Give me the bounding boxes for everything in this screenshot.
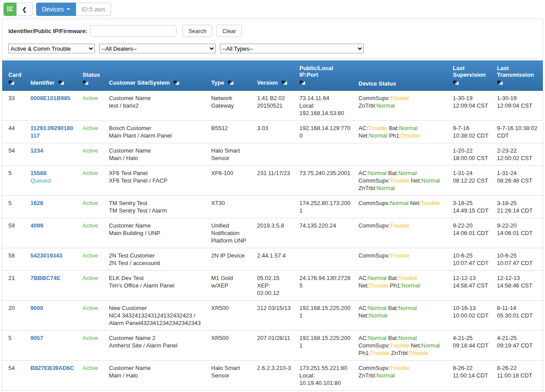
type-filter-select[interactable]: --All Types--: [220, 44, 364, 53]
sort-card-icon[interactable]: [8, 80, 23, 87]
device-status-key: CommSupv:: [358, 222, 390, 229]
device-status-item: ZnTrbl:Trouble: [391, 350, 428, 356]
site-line: Customer Name: [109, 147, 204, 154]
site-cell: Customer NameMain Building / UNP: [105, 218, 208, 248]
context-button-group: Devices ID:5 aws: [36, 3, 111, 16]
device-status-cell: AC:Trouble Bat:Normal Net:Normal Ph1:Tro…: [355, 121, 449, 143]
id-button[interactable]: ID:5 aws: [76, 3, 111, 16]
queued-label: Queued: [30, 177, 75, 184]
tree-view-button[interactable]: [4, 3, 16, 16]
identifier-link[interactable]: 4099: [30, 222, 43, 229]
dealer-filter-select[interactable]: --All Dealers--: [99, 44, 216, 53]
device-status-item: CommSupv:Trouble: [358, 95, 409, 101]
version-header: Version: [257, 79, 278, 86]
device-status-item: Ph1:Normal: [390, 282, 420, 289]
site-cell: New CustomerNC4 3432413243124132432423 /…: [105, 301, 208, 331]
device-status-key: AC:: [358, 125, 368, 131]
devices-dropdown-button[interactable]: Devices: [36, 3, 76, 16]
status-badge: Active: [82, 95, 98, 101]
device-status-cell: CommSupv:Trouble ZnTrbl:Normal: [355, 361, 449, 391]
version-cell: [254, 196, 296, 218]
nav-button-group: ❮: [4, 3, 33, 16]
last-supervision-cell: 1-30-19 12:09:04 CST: [449, 91, 493, 121]
device-status-value: Normal: [368, 335, 387, 341]
ip-line: 73.75.240.235:2001: [299, 169, 351, 177]
caret-down-icon: [67, 8, 70, 10]
identifier-cell: 1234: [27, 143, 79, 166]
device-status-value: Normal: [398, 305, 417, 311]
card-cell: 59: [2, 218, 27, 248]
identifier-link[interactable]: 7BBBC74E: [30, 275, 60, 281]
version-cell: 207 01/28/11: [254, 331, 296, 361]
sort-ip-icon[interactable]: [299, 80, 351, 87]
status-cell: Active: [79, 218, 105, 248]
device-status-item: ZnTrbl:Normal: [358, 185, 395, 191]
ip-cell: 73.14.11.64Local: 192.168.14.53:80: [296, 91, 355, 121]
search-input[interactable]: [90, 25, 176, 37]
sort-status-icon[interactable]: [82, 80, 102, 87]
device-status-key: Ph1:: [389, 132, 401, 139]
identifier-link[interactable]: 15588: [30, 170, 46, 176]
sort-identifier-icon[interactable]: [58, 80, 64, 87]
device-status-value: Trouble: [398, 275, 418, 281]
ip-cell: 192.168.14.129:7700: [296, 121, 355, 143]
device-status-cell: CommSupv:Trouble ZnTrbl:Normal: [355, 391, 449, 392]
sort-last-transmission-icon[interactable]: [497, 80, 539, 87]
device-status-key: ZnTrbl:: [358, 372, 377, 379]
device-status-cell: CommSupv:Trouble ZnTrbl:Normal: [355, 91, 449, 121]
ip-cell: 192.168.15.225:2001: [296, 331, 355, 361]
last-supervision-header: Last Supervision: [453, 65, 485, 78]
status-cell: Active: [79, 143, 105, 166]
device-status-key: ZnTrbl:: [391, 350, 409, 356]
device-status-key: CommSupv:: [358, 95, 390, 101]
sort-type-icon[interactable]: [228, 80, 234, 87]
filter-panel: Identifier/Public IP/Firmware: Search Cl…: [2, 19, 543, 59]
device-status-item: Bat:Normal: [388, 335, 417, 341]
identifier-link[interactable]: 5423019343: [30, 252, 62, 259]
search-button[interactable]: Search: [183, 25, 212, 37]
site-line: Amherst Site / Alarm Panel: [109, 342, 204, 349]
type-cell: Halo Smart Sensor: [208, 361, 254, 391]
device-status-item: CommSupv:Trouble: [358, 222, 409, 229]
ip-line: Local: 10.19.40.101:80: [299, 372, 351, 387]
device-status-item: CommSupv:Trouble: [358, 342, 409, 349]
device-status-value: Normal: [368, 305, 387, 311]
status-filter-select[interactable]: Active & Comm Trouble: [8, 44, 95, 53]
type-header: Type: [211, 79, 224, 86]
identifier-link[interactable]: 1628: [30, 200, 43, 206]
sort-site-icon[interactable]: [173, 80, 179, 87]
status-cell: Active: [79, 248, 105, 271]
last-supervision-cell: 4-21-25 09:18:44 CDT: [449, 331, 493, 361]
last-transmission-cell: 8-26-22 11:00:18 CDT: [493, 361, 543, 391]
identifier-link[interactable]: B827EB39AD6C: [30, 365, 74, 371]
status-cell: Active: [79, 331, 105, 361]
version-cell: 2019.3.5.8: [254, 218, 296, 248]
site-line: XF6 Test Panel: [109, 169, 204, 177]
identifier-link[interactable]: 11293.09290180117: [30, 125, 73, 139]
device-status-value: Normal: [398, 170, 417, 176]
identifier-link[interactable]: 1234: [30, 147, 43, 154]
table-row: 4411293.09290180117ActiveBosch CustomerM…: [2, 121, 543, 143]
sort-version-icon[interactable]: [281, 80, 287, 87]
device-status-cell: AC:Normal Bat:Normal Net:Normal: [355, 301, 449, 331]
clear-button[interactable]: Clear: [217, 25, 242, 37]
device-status-cell: AC:Normal Bat:Normal CommSupv:Trouble Ne…: [355, 166, 449, 196]
status-cell: Active: [79, 121, 105, 143]
table-row: 59057ActiveCustomer Name 2Amherst Site /…: [2, 331, 543, 361]
back-button[interactable]: ❮: [16, 3, 33, 16]
device-status-item: Bat:Trouble: [388, 275, 418, 281]
device-status-item: Ph1:Trouble: [358, 350, 389, 356]
identifier-link[interactable]: 9000: [30, 305, 43, 311]
device-status-value: Trouble: [369, 282, 388, 289]
ip-cell: 74.135.220.24: [296, 218, 355, 248]
site-line: test / barix2: [109, 102, 204, 109]
identifier-link[interactable]: 9057: [30, 335, 43, 341]
table-row: 594099ActiveCustomer NameMain Building /…: [2, 218, 543, 248]
device-status-item: CommSupv:Trouble: [358, 177, 409, 184]
site-cell: Customer Nametest / barix2: [105, 91, 208, 121]
sort-last-supervision-icon[interactable]: [453, 80, 490, 87]
version-cell: 1.41 B2.02 20150521: [254, 91, 296, 121]
type-cell: Halo Smart Sensor: [208, 391, 254, 392]
identifier-link[interactable]: 0008E101B985: [30, 95, 70, 101]
ip-cell: 174.252.80.173:2001: [296, 196, 355, 218]
